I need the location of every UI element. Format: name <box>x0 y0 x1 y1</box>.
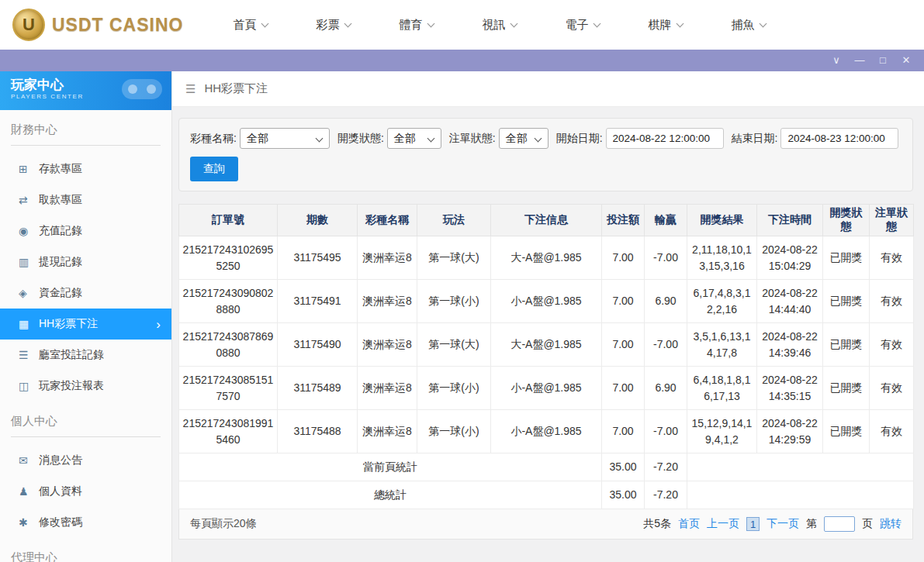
total-summary-label: 總統計 <box>179 481 602 509</box>
nav-item-slots[interactable]: 電子 <box>565 18 600 33</box>
finance-menu: ⊞ 存款專區 ⇄ 取款專區 ◉ 充值記錄 ▥ 提現記錄 ◈ 資金記錄 ▦ HH彩… <box>0 153 171 402</box>
announcement-icon: ✉ <box>19 454 39 467</box>
nav-label: 棋牌 <box>648 18 671 33</box>
sidebar-item-room-bet-records[interactable]: ☰ 廳室投註記錄 <box>0 340 171 371</box>
player-report-icon: ◫ <box>19 380 39 392</box>
chevron-down-icon <box>760 19 767 27</box>
nav-item-cards[interactable]: 棋牌 <box>648 18 683 33</box>
cell-lottery: 澳洲幸运8 <box>358 410 417 453</box>
sidebar-item-profile[interactable]: ♟ 個人資料 <box>0 476 171 507</box>
col-win-loss: 輸贏 <box>645 205 687 236</box>
sidebar-item-recharge-records[interactable]: ◉ 充值記錄 <box>0 215 171 247</box>
close-icon[interactable]: ✕ <box>895 50 918 71</box>
draw-status-select[interactable]: 全部 <box>387 128 441 149</box>
section-personal-center[interactable]: 個人中心 <box>11 414 161 437</box>
col-lottery-name: 彩種名稱 <box>358 205 417 236</box>
chevron-down-icon <box>594 19 601 27</box>
jump-page-input[interactable] <box>824 516 855 532</box>
cell-bet-info: 小-A盤@1.985 <box>491 367 602 410</box>
gamepad-icon <box>122 79 162 99</box>
nav-item-live[interactable]: 視訊 <box>482 18 517 33</box>
chevron-down-icon[interactable]: ∨ <box>825 50 848 71</box>
cell-play: 第一球(小) <box>417 280 491 323</box>
start-date-label: 開始日期: <box>556 132 603 146</box>
maximize-icon[interactable]: □ <box>871 50 895 71</box>
nav-item-fishing[interactable]: 捕魚 <box>731 18 766 33</box>
minimize-icon[interactable]: — <box>848 50 871 71</box>
sidebar-item-label: 資金記錄 <box>39 286 82 300</box>
col-bet-time: 下注時間 <box>757 205 823 236</box>
cell-play: 第一球(小) <box>417 367 491 410</box>
sidebar-item-hh-lottery-bets[interactable]: ▦ HH彩票下注 › <box>0 309 171 340</box>
breadcrumb: ☰ HH彩票下注 <box>172 71 924 107</box>
section-agent-center[interactable]: 代理中心 <box>11 550 161 562</box>
end-date-input[interactable] <box>780 128 898 149</box>
cell-period: 31175488 <box>278 410 358 453</box>
cell-order-no: 2152172430908028880 <box>179 280 278 323</box>
sidebar-item-label: 存款專區 <box>39 162 82 176</box>
cell-draw-status: 已開獎 <box>823 280 870 323</box>
start-date-input[interactable] <box>606 128 724 149</box>
table-row: 2152172430908028880 31175491 澳洲幸运8 第一球(小… <box>179 280 914 323</box>
nav-item-lottery[interactable]: 彩票 <box>316 18 351 33</box>
table-header-row: 訂單號 期數 彩種名稱 玩法 下注信息 投注額 輸贏 開獎結果 下注時間 開獎狀… <box>179 205 914 236</box>
funds-record-icon: ◈ <box>19 287 39 299</box>
sidebar-item-withdraw[interactable]: ⇄ 取款專區 <box>0 184 171 215</box>
lottery-name-select[interactable]: 全部 <box>240 128 330 149</box>
prev-page-link[interactable]: 上一页 <box>707 517 739 531</box>
nav-item-home[interactable]: 首頁 <box>233 18 268 33</box>
sidebar-item-cashout-records[interactable]: ▥ 提現記錄 <box>0 247 171 278</box>
total-count-text: 共5条 <box>643 517 671 531</box>
sidebar-item-label: 提現記錄 <box>39 255 82 269</box>
cell-lottery: 澳洲幸运8 <box>358 280 417 323</box>
site-logo[interactable]: U USDT CASINO <box>12 9 183 41</box>
top-navbar: U USDT CASINO 首頁 彩票 體育 視訊 電子 棋牌 捕魚 <box>0 0 924 50</box>
sidebar-item-label: HH彩票下注 <box>39 317 98 331</box>
sidebar-item-deposit[interactable]: ⊞ 存款專區 <box>0 153 171 184</box>
nav-label: 捕魚 <box>731 18 754 33</box>
jump-action-link[interactable]: 跳转 <box>880 517 902 531</box>
cell-win-loss: -7.00 <box>645 410 687 453</box>
hamburger-menu-icon[interactable]: ☰ <box>185 82 196 96</box>
sidebar-item-player-bet-report[interactable]: ◫ 玩家投注報表 <box>0 371 171 402</box>
cell-lottery: 澳洲幸运8 <box>358 367 417 410</box>
current-page-indicator[interactable]: 1 <box>746 517 760 531</box>
logo-badge-icon: U <box>12 9 45 41</box>
lottery-name-label: 彩種名稱: <box>190 132 237 146</box>
section-finance-center[interactable]: 財務中心 <box>11 122 161 146</box>
cell-result: 3,5,1,6,13,14,17,8 <box>687 323 757 367</box>
sidebar-item-label: 個人資料 <box>39 484 82 498</box>
search-button[interactable]: 查詢 <box>190 157 238 181</box>
col-order-no: 訂單號 <box>179 205 278 236</box>
cell-bet-info: 大-A盤@1.985 <box>491 236 602 280</box>
cell-bet-status: 有效 <box>870 367 914 410</box>
cell-bet-time: 2024-08-22 15:04:29 <box>757 236 823 280</box>
cell-lottery: 澳洲幸运8 <box>358 323 417 367</box>
select-value: 全部 <box>506 132 528 146</box>
nav-label: 彩票 <box>316 18 339 33</box>
cell-period: 31175495 <box>278 236 358 280</box>
cell-order-no: 2152172430878690880 <box>179 323 278 367</box>
total-summary-row: 總統計 35.00 -7.20 <box>179 481 914 509</box>
cell-bet-info: 小-A盤@1.985 <box>491 410 602 453</box>
cell-order-no: 2152172431026955250 <box>179 236 278 280</box>
first-page-link[interactable]: 首页 <box>678 517 700 531</box>
window-titlebar: ∨ — □ ✕ <box>0 50 924 71</box>
cell-result: 6,4,18,1,8,16,17,13 <box>687 367 757 410</box>
next-page-link[interactable]: 下一页 <box>767 517 799 531</box>
cell-play: 第一球(大) <box>417 236 491 280</box>
filter-panel: 彩種名稱: 全部 開獎狀態: 全部 注單狀態: 全部 開始日期: <box>178 118 913 191</box>
cell-play: 第一球(小) <box>417 410 491 453</box>
col-bet-amount: 投注額 <box>602 205 645 236</box>
bet-status-select[interactable]: 全部 <box>499 128 549 149</box>
col-draw-status: 開獎狀態 <box>823 205 870 236</box>
sidebar-item-label: 消息公告 <box>39 453 82 467</box>
sidebar-item-funds-records[interactable]: ◈ 資金記錄 <box>0 278 171 309</box>
sidebar-item-change-password[interactable]: ✱ 修改密碼 <box>0 507 171 538</box>
lottery-bet-icon: ▦ <box>19 318 39 330</box>
sidebar-item-announcements[interactable]: ✉ 消息公告 <box>0 445 171 476</box>
nav-item-sports[interactable]: 體育 <box>399 18 434 33</box>
nav-label: 電子 <box>565 18 588 33</box>
cell-bet-time: 2024-08-22 14:44:40 <box>757 280 823 323</box>
cell-draw-status: 已開獎 <box>823 323 870 367</box>
